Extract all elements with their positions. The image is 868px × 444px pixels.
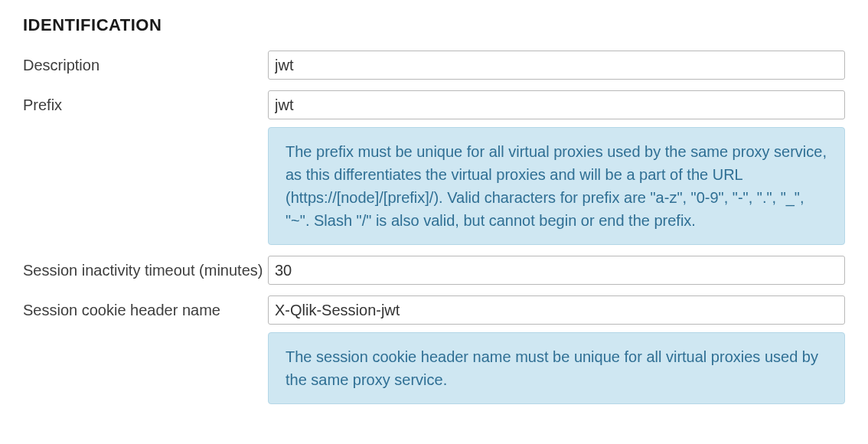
prefix-input[interactable] (268, 90, 845, 119)
session-timeout-input[interactable] (268, 256, 845, 285)
session-cookie-row: Session cookie header name The session c… (23, 295, 845, 404)
description-label: Description (23, 51, 268, 76)
prefix-row: Prefix The prefix must be unique for all… (23, 90, 845, 245)
session-timeout-field-wrap (268, 256, 845, 285)
identification-heading: IDENTIFICATION (23, 15, 845, 35)
description-input[interactable] (268, 51, 845, 80)
session-cookie-input[interactable] (268, 295, 845, 325)
prefix-label: Prefix (23, 90, 268, 116)
session-timeout-label: Session inactivity timeout (minutes) (23, 256, 268, 281)
session-cookie-label: Session cookie header name (23, 295, 268, 321)
description-field-wrap (268, 51, 845, 80)
prefix-help: The prefix must be unique for all virtua… (268, 127, 845, 245)
description-row: Description (23, 51, 845, 80)
session-cookie-field-wrap: The session cookie header name must be u… (268, 295, 845, 404)
session-cookie-help: The session cookie header name must be u… (268, 332, 845, 404)
session-timeout-row: Session inactivity timeout (minutes) (23, 256, 845, 285)
prefix-field-wrap: The prefix must be unique for all virtua… (268, 90, 845, 245)
